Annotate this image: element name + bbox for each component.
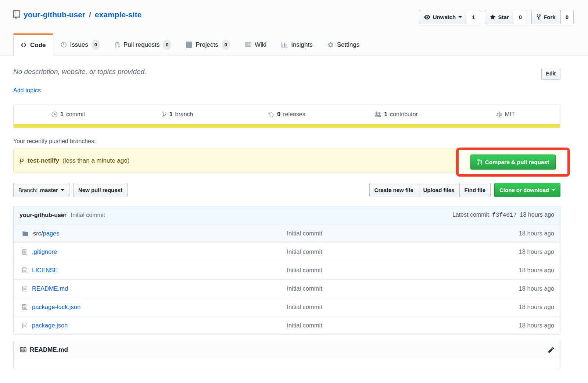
- file-icon: [22, 286, 28, 292]
- license-stat[interactable]: MIT: [451, 104, 560, 124]
- file-link[interactable]: LICENSE: [32, 267, 58, 273]
- find-file-button[interactable]: Find file: [459, 183, 491, 197]
- recent-branch-banner: test-netlify (less than a minute ago) Co…: [13, 149, 560, 173]
- row-commit-message[interactable]: Initial commit: [287, 230, 492, 237]
- book-icon: [245, 42, 251, 48]
- file-link[interactable]: README.md: [32, 285, 68, 292]
- row-commit-message[interactable]: Initial commit: [287, 248, 492, 255]
- compare-pull-request-button[interactable]: Compare & pull request: [470, 155, 556, 170]
- pagehead-actions: Unwatch 1 Star 0 Fork: [419, 10, 574, 24]
- commit-message-link[interactable]: Initial commit: [71, 212, 105, 218]
- pulls-count-badge: 0: [163, 40, 171, 50]
- git-branch-icon: [162, 111, 167, 118]
- git-branch-icon: [19, 157, 24, 164]
- chevron-down-icon: [458, 16, 462, 20]
- star-icon: [490, 14, 496, 20]
- clone-or-download-button[interactable]: Clone or download: [494, 183, 560, 197]
- breadcrumb-owner-link[interactable]: your-github-user: [24, 10, 85, 19]
- people-icon: [374, 111, 381, 118]
- star-count[interactable]: 0: [514, 10, 527, 24]
- row-age: 18 hours ago: [492, 285, 554, 292]
- table-row[interactable]: LICENSE Initial commit 18 hours ago: [14, 261, 560, 279]
- repo-header: your-github-user / example-site Unwatch …: [0, 0, 588, 56]
- fork-button[interactable]: Fork: [531, 10, 561, 24]
- language-bar[interactable]: [14, 124, 560, 128]
- project-icon: [186, 42, 192, 48]
- latest-commit-bar: your-github-user Initial commit Latest c…: [14, 206, 560, 224]
- commit-author-link[interactable]: your-github-user: [19, 212, 67, 218]
- watch-count[interactable]: 1: [467, 10, 480, 24]
- file-icon: [22, 304, 28, 310]
- row-age: 18 hours ago: [492, 248, 554, 255]
- commits-stat[interactable]: 1 commit: [14, 104, 123, 124]
- tab-pull-requests[interactable]: Pull requests 0: [107, 33, 179, 56]
- repo-icon: [13, 10, 20, 19]
- file-link[interactable]: .gitignore: [32, 248, 57, 255]
- chevron-down-icon: [61, 189, 64, 193]
- pencil-icon[interactable]: [548, 347, 554, 354]
- row-commit-message[interactable]: Initial commit: [287, 322, 492, 329]
- releases-stat[interactable]: 0 releases: [232, 104, 341, 124]
- tab-projects[interactable]: Projects 0: [179, 33, 237, 56]
- row-commit-message[interactable]: Initial commit: [287, 267, 492, 274]
- unwatch-button[interactable]: Unwatch: [419, 10, 467, 24]
- tab-issues[interactable]: Issues 0: [53, 33, 107, 56]
- commit-age: 18 hours ago: [520, 212, 554, 218]
- file-link[interactable]: package-lock.json: [32, 304, 80, 310]
- pull-request-icon: [477, 159, 483, 165]
- file-icon: [22, 267, 28, 273]
- tab-insights[interactable]: Insights: [274, 33, 320, 56]
- file-list: your-github-user Initial commit Latest c…: [13, 206, 560, 335]
- issues-count-badge: 0: [92, 40, 100, 50]
- recent-branch-age: (less than a minute ago): [62, 157, 129, 164]
- code-icon: [21, 42, 27, 48]
- highlight-annotation-box: Compare & pull request: [456, 148, 570, 177]
- tab-settings[interactable]: Settings: [320, 33, 367, 56]
- create-new-file-button[interactable]: Create new file: [369, 183, 418, 197]
- repo-summary-bar: 1 commit 1 branch 0 releases 1 contribut…: [13, 104, 560, 128]
- breadcrumb-repo-link[interactable]: example-site: [95, 10, 141, 19]
- graph-icon: [281, 42, 288, 48]
- folder-icon: [22, 230, 29, 237]
- recent-branches-heading: Your recently pushed branches:: [13, 138, 560, 145]
- new-pull-request-button[interactable]: New pull request: [73, 183, 128, 197]
- row-age: 18 hours ago: [492, 267, 554, 274]
- file-path-prefix[interactable]: src/: [33, 230, 43, 237]
- readme-body: [14, 359, 560, 369]
- tab-code[interactable]: Code: [13, 33, 53, 56]
- row-age: 18 hours ago: [492, 304, 554, 311]
- table-row[interactable]: README.md Initial commit 18 hours ago: [14, 279, 560, 298]
- eye-icon: [424, 14, 430, 20]
- repo-nav: Code Issues 0 Pull requests 0 Projects 0…: [13, 33, 560, 56]
- upload-files-button[interactable]: Upload files: [418, 183, 459, 197]
- table-row[interactable]: package.json Initial commit 18 hours ago: [14, 316, 560, 334]
- recent-branch-link[interactable]: test-netlify: [28, 157, 59, 164]
- tag-icon: [268, 111, 275, 118]
- breadcrumb-separator: /: [89, 10, 91, 19]
- repo-description: No description, website, or topics provi…: [13, 68, 146, 76]
- branches-stat[interactable]: 1 branch: [123, 104, 232, 124]
- book-icon: [19, 347, 26, 353]
- table-row[interactable]: .gitignore Initial commit 18 hours ago: [14, 242, 560, 261]
- readme-title: README.md: [30, 346, 68, 354]
- file-link[interactable]: package.json: [32, 322, 68, 329]
- file-icon: [22, 322, 28, 329]
- tab-wiki[interactable]: Wiki: [237, 33, 274, 56]
- add-topics-link[interactable]: Add topics: [13, 87, 41, 94]
- commit-sha-link[interactable]: f3f4017: [492, 212, 517, 219]
- gear-icon: [327, 42, 334, 48]
- row-age: 18 hours ago: [492, 230, 554, 237]
- contributors-stat[interactable]: 1 contributor: [341, 104, 451, 124]
- edit-description-button[interactable]: Edit: [541, 68, 560, 80]
- row-commit-message[interactable]: Initial commit: [287, 304, 492, 311]
- table-row[interactable]: package-lock.json Initial commit 18 hour…: [14, 298, 560, 316]
- table-row[interactable]: src/pages Initial commit 18 hours ago: [14, 224, 560, 242]
- star-button[interactable]: Star: [485, 10, 514, 24]
- fork-count[interactable]: 0: [561, 10, 574, 24]
- readme-section: README.md: [13, 341, 560, 369]
- pull-request-icon: [115, 42, 120, 48]
- branch-select-button[interactable]: Branch: master: [13, 183, 69, 197]
- history-icon: [51, 111, 58, 118]
- file-link[interactable]: pages: [43, 230, 60, 237]
- row-commit-message[interactable]: Initial commit: [287, 285, 492, 292]
